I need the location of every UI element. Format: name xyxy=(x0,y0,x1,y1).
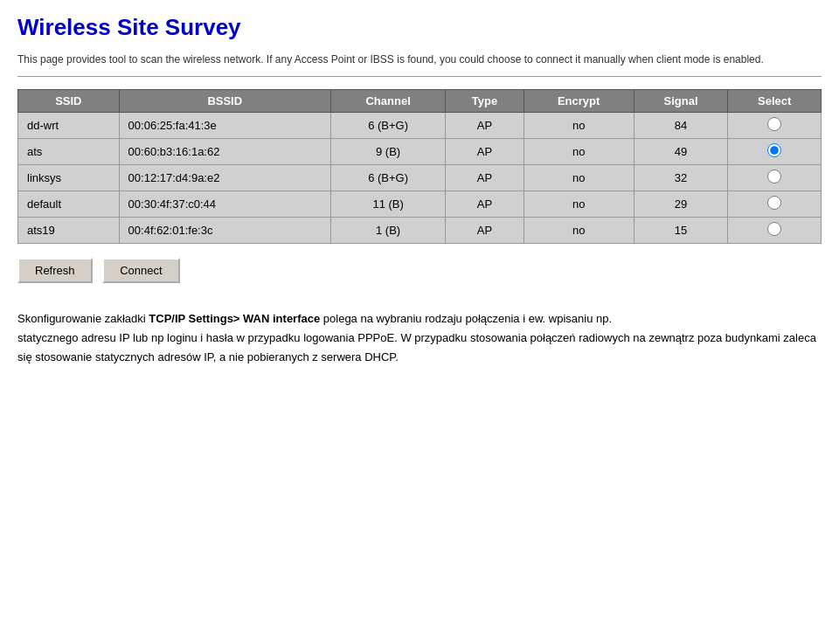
column-header-channel: Channel xyxy=(330,90,446,113)
select-radio-2[interactable] xyxy=(767,170,781,184)
type-cell: AP xyxy=(446,113,524,139)
table-header-row: SSIDBSSIDChannelTypeEncryptSignalSelect xyxy=(18,90,822,113)
signal-cell: 49 xyxy=(634,139,728,165)
ssid-cell: ats xyxy=(18,139,120,165)
footer-text: Skonfigurowanie zakładki TCP/IP Settings… xyxy=(17,309,822,367)
table-row: default00:30:4f:37:c0:4411 (B)APno29 xyxy=(18,191,822,218)
footer-part1: Skonfigurowanie zakładki xyxy=(17,312,149,325)
channel-cell: 9 (B) xyxy=(330,139,446,165)
footer-part2: polega na wybraniu rodzaju połączenia i … xyxy=(320,312,612,325)
ssid-cell: ats19 xyxy=(18,218,120,244)
refresh-button[interactable]: Refresh xyxy=(17,258,93,283)
encrypt-cell: no xyxy=(524,191,634,218)
encrypt-cell: no xyxy=(524,113,634,139)
channel-cell: 11 (B) xyxy=(330,191,446,218)
footer-bold1: TCP/IP Settings> WAN interface xyxy=(149,312,320,325)
description-text: This page provides tool to scan the wire… xyxy=(17,52,822,67)
divider xyxy=(17,76,822,77)
signal-cell: 84 xyxy=(634,113,728,139)
select-cell[interactable] xyxy=(728,165,822,191)
select-cell[interactable] xyxy=(728,218,822,244)
type-cell: AP xyxy=(446,191,524,218)
ssid-cell: default xyxy=(18,191,120,218)
bssid-cell: 00:12:17:d4:9a:e2 xyxy=(119,165,330,191)
signal-cell: 32 xyxy=(634,165,728,191)
table-row: dd-wrt00:06:25:fa:41:3e6 (B+G)APno84 xyxy=(18,113,822,139)
bssid-cell: 00:4f:62:01:fe:3c xyxy=(119,218,330,244)
table-row: ats00:60:b3:16:1a:629 (B)APno49 xyxy=(18,139,822,165)
select-cell[interactable] xyxy=(728,113,822,139)
channel-cell: 6 (B+G) xyxy=(330,113,446,139)
type-cell: AP xyxy=(446,139,524,165)
column-header-signal: Signal xyxy=(634,90,728,113)
bssid-cell: 00:30:4f:37:c0:44 xyxy=(119,191,330,218)
select-radio-3[interactable] xyxy=(767,196,781,210)
select-radio-4[interactable] xyxy=(767,222,781,236)
column-header-type: Type xyxy=(446,90,524,113)
column-header-encrypt: Encrypt xyxy=(524,90,634,113)
select-radio-1[interactable] xyxy=(767,143,781,157)
bssid-cell: 00:06:25:fa:41:3e xyxy=(119,113,330,139)
footer-part3: statycznego adresu IP lub np loginu i ha… xyxy=(17,329,822,367)
page-title: Wireless Site Survey xyxy=(17,14,822,41)
encrypt-cell: no xyxy=(524,165,634,191)
column-header-ssid: SSID xyxy=(18,90,120,113)
select-cell[interactable] xyxy=(728,139,822,165)
ssid-cell: dd-wrt xyxy=(18,113,120,139)
table-row: ats1900:4f:62:01:fe:3c1 (B)APno15 xyxy=(18,218,822,244)
type-cell: AP xyxy=(446,165,524,191)
select-radio-0[interactable] xyxy=(767,117,781,131)
channel-cell: 6 (B+G) xyxy=(330,165,446,191)
signal-cell: 29 xyxy=(634,191,728,218)
signal-cell: 15 xyxy=(634,218,728,244)
ssid-cell: linksys xyxy=(18,165,120,191)
type-cell: AP xyxy=(446,218,524,244)
encrypt-cell: no xyxy=(524,218,634,244)
table-row: linksys00:12:17:d4:9a:e26 (B+G)APno32 xyxy=(18,165,822,191)
column-header-bssid: BSSID xyxy=(119,90,330,113)
connect-button[interactable]: Connect xyxy=(102,258,179,283)
channel-cell: 1 (B) xyxy=(330,218,446,244)
survey-table: SSIDBSSIDChannelTypeEncryptSignalSelect … xyxy=(17,89,822,244)
select-cell[interactable] xyxy=(728,191,822,218)
encrypt-cell: no xyxy=(524,139,634,165)
bssid-cell: 00:60:b3:16:1a:62 xyxy=(119,139,330,165)
column-header-select: Select xyxy=(728,90,822,113)
buttons-row: Refresh Connect xyxy=(17,258,822,283)
